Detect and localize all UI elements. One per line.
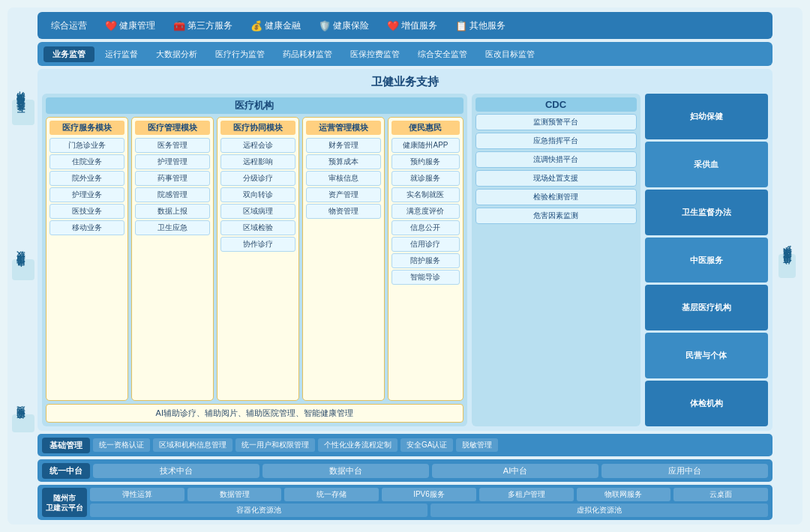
module-1: 医疗管理模块 医务管理 护理管理 药事管理 院感管理 数据上报 卫生应急 (131, 117, 214, 401)
ai-row: AI辅助诊疗、辅助阅片、辅助医院管理、智能健康管理 (46, 404, 464, 423)
third-party-icon: 🧰 (173, 20, 185, 31)
modules-row: 医疗服务模块 门急诊业务 住院业务 院外业务 护理业务 医技业务 移动业务 医疗… (46, 117, 464, 401)
weijian-title: 卫健业务支持 (42, 73, 768, 91)
monitor-row: 业务监管 运行监督 大数据分析 医疗行为监管 药品耗材监管 医保控费监管 综合安… (38, 42, 772, 66)
monitor-item-3[interactable]: 药品耗材监管 (275, 46, 340, 62)
nav-item-5[interactable]: ❤️ 增值服务 (380, 17, 445, 34)
top-nav: 综合运营 ❤️ 健康管理 🧰 第三方服务 💰 健康金融 🛡️ 健康保险 ❤️ 增… (38, 12, 772, 39)
cdc-item-5: 危害因素监测 (476, 208, 637, 224)
health-finance-icon: 💰 (250, 20, 262, 31)
bianmin-item-7: 陪护服务 (392, 253, 459, 268)
left-label-1: 互联互通成熟度测评 (12, 100, 34, 125)
cloud-bottom-1: 虚拟化资源池 (430, 504, 768, 517)
module-0: 医疗服务模块 门急诊业务 住院业务 院外业务 护理业务 医技业务 移动业务 (46, 117, 128, 401)
jichu-item-1: 区域和机构信息管理 (153, 438, 232, 452)
monitor-item-4[interactable]: 医保控费监管 (343, 46, 407, 62)
health-mgmt-icon: ❤️ (105, 20, 117, 31)
right-service-5: 民营与个体 (645, 333, 768, 378)
bianmin-item-4: 满意度评价 (392, 204, 459, 219)
module-2-title: 医疗协同模块 (220, 121, 296, 135)
module-2-item-2: 分级诊疗 (220, 171, 296, 186)
monitor-item-1[interactable]: 大数据分析 (148, 46, 205, 62)
nav-item-6[interactable]: 📋 其他服务 (448, 17, 513, 34)
nav-item-0[interactable]: 综合运营 (44, 17, 94, 34)
cdc-item-2: 流调快措平台 (476, 151, 637, 168)
module-1-item-2: 药事管理 (135, 171, 210, 186)
module-1-item-1: 护理管理 (135, 154, 210, 169)
module-3-item-1: 预算成本 (306, 154, 381, 169)
bottom-sections: 基础管理 统一资格认证 区域和机构信息管理 统一用户和权限管理 个性化业务流程定… (38, 434, 772, 520)
nav-item-2[interactable]: 🧰 第三方服务 (166, 17, 240, 34)
right-service-0: 妇幼保健 (645, 94, 768, 139)
cloud-item-6: 云桌面 (674, 488, 768, 501)
jichu-item-0: 统一资格认证 (93, 438, 150, 452)
bianmin-item-6: 信用诊疗 (392, 237, 459, 252)
right-service-3: 中医服务 (645, 238, 768, 283)
module-3: 运营管理模块 财务管理 预算成本 审核信息 资产管理 物资管理 (302, 117, 385, 401)
jichu-item-2: 统一用户和权限管理 (236, 438, 315, 452)
cloud-label: 随州市卫建云平台 (42, 488, 87, 517)
module-2-item-4: 区域病理 (220, 204, 296, 219)
jichu-item-4: 安全GA认证 (400, 438, 453, 452)
bianmin-item-1: 预约服务 (392, 154, 459, 169)
cloud-item-1: 数据管理 (188, 488, 282, 501)
cloud-bottom-0: 容器化资源池 (90, 504, 428, 517)
body-row: 医疗机构 医疗服务模块 门急诊业务 住院业务 院外业务 护理业务 医技业务 移动… (42, 94, 768, 426)
jichu-row: 基础管理 统一资格认证 区域和机构信息管理 统一用户和权限管理 个性化业务流程定… (38, 434, 772, 456)
cloud-item-3: IPV6服务 (382, 488, 476, 501)
right-services: 妇幼保健 采供血 卫生监督办法 中医服务 基层医疗机构 民营与个体 体检机构 (645, 94, 768, 426)
bianmin-title: 便民惠民 (392, 121, 459, 135)
cdc-item-4: 检验检测管理 (476, 189, 637, 205)
module-0-item-2: 院外业务 (50, 171, 124, 186)
module-2-item-1: 远程影响 (220, 154, 296, 169)
bianmin-item-0: 健康随州APP (392, 138, 459, 153)
zhongtai-item-2: AI中台 (432, 464, 598, 478)
nav-item-3[interactable]: 💰 健康金融 (243, 17, 308, 34)
module-1-title: 医疗管理模块 (135, 121, 210, 135)
jichu-item-5: 脱敏管理 (456, 438, 498, 452)
monitor-item-0[interactable]: 运行监督 (98, 46, 146, 62)
module-3-item-3: 资产管理 (306, 187, 381, 202)
module-0-title: 医疗服务模块 (50, 121, 124, 135)
cdc-item-3: 现场处置支援 (476, 170, 637, 187)
cdc-item-1: 应急指挥平台 (476, 133, 637, 149)
right-service-4: 基层医疗机构 (645, 285, 768, 330)
monitor-item-6[interactable]: 医改目标监管 (478, 46, 542, 62)
module-1-item-5: 卫生应急 (135, 220, 210, 235)
jichu-item-3: 个性化业务流程定制 (318, 438, 398, 452)
zhongtai-row: 统一中台 技术中台 数据中台 AI中台 应用中台 (38, 459, 772, 482)
nav-item-4[interactable]: 🛡️ 健康保险 (311, 17, 376, 34)
monitor-item-5[interactable]: 综合安全监管 (410, 46, 475, 62)
cloud-item-4: 多租户管理 (479, 488, 574, 501)
module-1-item-3: 院感管理 (135, 187, 210, 202)
module-3-item-2: 审核信息 (306, 171, 381, 186)
jichu-label: 基础管理 (42, 438, 90, 453)
cloud-right: 弹性运算 数据管理 统一存储 IPV6服务 多租户管理 物联网服务 云桌面 容器… (90, 488, 768, 517)
right-label-text: 信息安全等级保护 (778, 254, 796, 278)
medical-institution: 医疗机构 医疗服务模块 门急诊业务 住院业务 院外业务 护理业务 医技业务 移动… (42, 94, 467, 426)
cloud-item-0: 弹性运算 (90, 488, 184, 501)
module-2-item-0: 远程会诊 (220, 138, 296, 153)
right-service-1: 采供血 (645, 142, 768, 187)
monitor-item-2[interactable]: 医疗行为监管 (208, 46, 272, 62)
right-service-6: 体检机构 (645, 381, 768, 426)
module-2: 医疗协同模块 远程会诊 远程影响 分级诊疗 双向转诊 区域病理 区域检验 协作诊… (217, 117, 299, 401)
nav-item-1[interactable]: ❤️ 健康管理 (98, 17, 163, 34)
cdc-section: CDC 监测预警平台 应急指挥平台 流调快措平台 现场处置支援 检验检测管理 危… (472, 94, 640, 426)
module-3-item-0: 财务管理 (306, 138, 381, 153)
left-labels: 互联互通成熟度测评 电子病历评级 管理制度 (12, 12, 34, 520)
monitor-active[interactable]: 业务监管 (44, 46, 94, 62)
module-0-item-5: 移动业务 (50, 220, 124, 235)
left-label-2: 电子病历评级 (12, 259, 34, 280)
module-2-item-3: 双向转诊 (220, 187, 296, 202)
module-3-title: 运营管理模块 (306, 121, 381, 135)
module-0-item-3: 护理业务 (50, 187, 124, 202)
health-insurance-icon: 🛡️ (319, 20, 331, 31)
bianmin-item-2: 就诊服务 (392, 171, 459, 186)
zhongtai-item-0: 技术中台 (93, 464, 260, 478)
module-2-item-5: 区域检验 (220, 220, 296, 235)
bianmin-item-8: 智能导诊 (392, 270, 459, 285)
right-service-2: 卫生监督办法 (645, 190, 768, 235)
value-added-icon: ❤️ (387, 20, 399, 31)
module-2-item-6: 协作诊疗 (220, 237, 296, 252)
